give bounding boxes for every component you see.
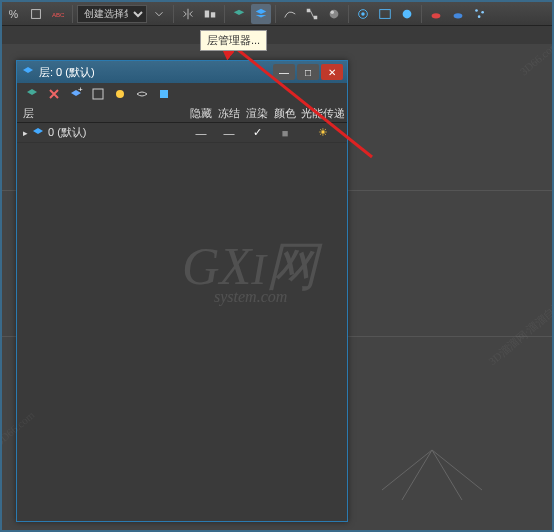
col-freeze-header[interactable]: 冻结: [215, 106, 243, 121]
panel-column-header: 层 隐藏 冻结 渲染 颜色 光能传递: [17, 105, 347, 123]
svg-rect-5: [307, 8, 311, 12]
layer-radiosity-cell[interactable]: ☀: [299, 126, 347, 139]
layer-name: 0 (默认): [48, 125, 87, 140]
render-icon[interactable]: [397, 4, 417, 24]
layer-props-icon[interactable]: [155, 85, 173, 103]
svg-rect-11: [380, 9, 391, 18]
grid-perspective: [372, 390, 492, 510]
panel-toolbar: +: [17, 83, 347, 105]
panel-app-icon: [21, 65, 35, 79]
svg-point-15: [475, 9, 478, 12]
layer-freeze-cell[interactable]: —: [215, 127, 243, 139]
svg-point-14: [454, 13, 463, 18]
layer-hide-cell[interactable]: —: [187, 127, 215, 139]
render-setup-icon[interactable]: [353, 4, 373, 24]
align-icon[interactable]: [200, 4, 220, 24]
close-button[interactable]: ✕: [321, 64, 343, 80]
minimize-button[interactable]: —: [273, 64, 295, 80]
curve-editor-icon[interactable]: [280, 4, 300, 24]
layer-manager-icon[interactable]: [251, 4, 271, 24]
abc-icon[interactable]: ABC: [48, 4, 68, 24]
select-layer-icon[interactable]: [89, 85, 107, 103]
mirror-icon[interactable]: [178, 4, 198, 24]
col-radiosity-header[interactable]: 光能传递: [299, 106, 347, 121]
svg-rect-22: [160, 90, 168, 98]
svg-rect-1: [32, 9, 41, 18]
col-color-header[interactable]: 颜色: [271, 106, 299, 121]
panel-titlebar[interactable]: 层: 0 (默认) — □ ✕: [17, 61, 347, 83]
hide-layer-icon[interactable]: [133, 85, 151, 103]
layer-manager-panel: 层: 0 (默认) — □ ✕ + 层 隐藏 冻结 渲染 颜色 光能传递 ▸ 0…: [16, 60, 348, 522]
add-to-layer-icon[interactable]: +: [67, 85, 85, 103]
col-name-header[interactable]: 层: [17, 106, 187, 121]
percent-icon[interactable]: %: [4, 4, 24, 24]
delete-layer-icon[interactable]: [45, 85, 63, 103]
svg-point-17: [478, 15, 481, 18]
svg-point-7: [330, 9, 339, 18]
render-frame-icon[interactable]: [375, 4, 395, 24]
selection-set-dropdown[interactable]: 创建选择集: [77, 5, 147, 23]
svg-rect-3: [205, 10, 209, 17]
teapot-red-icon[interactable]: [426, 4, 446, 24]
svg-rect-6: [314, 15, 318, 19]
svg-rect-20: [93, 89, 103, 99]
svg-point-12: [403, 9, 412, 18]
svg-text:+: +: [78, 87, 83, 94]
new-layer-icon[interactable]: [23, 85, 41, 103]
dropdown-arrow-icon[interactable]: [149, 4, 169, 24]
svg-point-10: [361, 12, 365, 16]
layer-icon: [32, 127, 44, 139]
teapot-blue-icon[interactable]: [448, 4, 468, 24]
panel-title: 层: 0 (默认): [39, 65, 271, 80]
svg-text:ABC: ABC: [52, 10, 65, 17]
layer-row[interactable]: ▸ 0 (默认) — — ✓ ■ ☀: [17, 123, 347, 143]
schematic-icon[interactable]: [302, 4, 322, 24]
svg-point-13: [432, 13, 441, 18]
maximize-button[interactable]: □: [297, 64, 319, 80]
svg-point-16: [481, 10, 484, 13]
snap-icon[interactable]: [26, 4, 46, 24]
col-hide-header[interactable]: 隐藏: [187, 106, 215, 121]
expand-icon[interactable]: ▸: [23, 128, 28, 138]
layer-color-cell[interactable]: ■: [271, 127, 299, 139]
particles-icon[interactable]: [470, 4, 490, 24]
layer-render-cell[interactable]: ✓: [243, 126, 271, 139]
main-toolbar: % ABC 创建选择集: [2, 2, 552, 26]
col-render-header[interactable]: 渲染: [243, 106, 271, 121]
svg-rect-4: [211, 12, 215, 17]
panel-body[interactable]: ▸ 0 (默认) — — ✓ ■ ☀: [17, 123, 347, 521]
svg-point-8: [331, 10, 335, 14]
highlight-layer-icon[interactable]: [111, 85, 129, 103]
svg-point-21: [116, 90, 124, 98]
layer-new-icon[interactable]: [229, 4, 249, 24]
material-icon[interactable]: [324, 4, 344, 24]
layer-manager-tooltip: 层管理器...: [200, 30, 267, 51]
svg-text:%: %: [9, 7, 18, 19]
